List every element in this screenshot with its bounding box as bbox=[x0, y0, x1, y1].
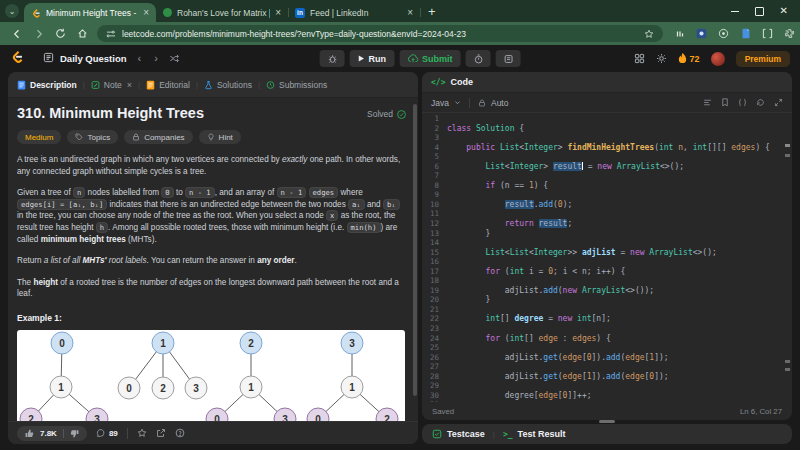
code-line[interactable]: adjList.get(edge[0]).add(edge[1]); bbox=[447, 353, 786, 363]
window-close-button[interactable]: ✕ bbox=[780, 6, 788, 16]
feedback-icon[interactable] bbox=[175, 424, 185, 442]
leetcode-logo[interactable] bbox=[10, 49, 24, 68]
extensions-puzzle-icon[interactable] bbox=[782, 26, 797, 41]
reset-icon[interactable] bbox=[756, 98, 765, 107]
code-line[interactable] bbox=[447, 114, 786, 124]
code-line[interactable] bbox=[447, 171, 786, 181]
user-avatar[interactable] bbox=[711, 52, 725, 66]
url-bar[interactable]: leetcode.com/problems/minimum-height-tre… bbox=[97, 25, 663, 42]
code-line[interactable] bbox=[447, 343, 786, 353]
code-line[interactable] bbox=[447, 257, 786, 267]
code-line[interactable]: } bbox=[447, 295, 786, 305]
badge-hint[interactable]: Hint bbox=[199, 130, 241, 144]
tab-close-icon[interactable]: × bbox=[143, 8, 149, 18]
code-line[interactable]: List<Integer> result = new ArrayList<>()… bbox=[447, 162, 786, 172]
code-line[interactable]: public List<Integer> findMinHeightTrees(… bbox=[447, 143, 786, 153]
cursor-position[interactable]: Ln 6, Col 27 bbox=[740, 407, 782, 416]
layout-icon[interactable] bbox=[634, 50, 645, 68]
settings-gear-icon[interactable] bbox=[656, 50, 667, 68]
code-line[interactable] bbox=[447, 209, 786, 219]
home-icon[interactable] bbox=[75, 26, 90, 41]
notes-button[interactable] bbox=[496, 50, 521, 67]
format-icon[interactable] bbox=[703, 98, 712, 107]
next-question-icon[interactable]: › bbox=[152, 53, 160, 64]
code-line[interactable]: class Solution { bbox=[447, 124, 786, 134]
code-line[interactable] bbox=[447, 133, 786, 143]
badge-topics[interactable]: Topics bbox=[67, 130, 118, 144]
tab-close-icon[interactable]: × bbox=[407, 8, 413, 18]
premium-button[interactable]: Premium bbox=[736, 51, 790, 67]
browser-tab[interactable]: Minimum Height Trees - LeetC× bbox=[24, 3, 156, 22]
tab-solutions[interactable]: Solutions bbox=[204, 80, 252, 90]
tab-search-button[interactable]: ⌄ bbox=[5, 4, 19, 18]
extension-circle-icon[interactable] bbox=[716, 26, 731, 41]
code-line[interactable] bbox=[447, 238, 786, 248]
tab-note[interactable]: Note× bbox=[91, 80, 132, 90]
problem-list-button[interactable]: Daily Question bbox=[43, 52, 127, 65]
share-icon[interactable] bbox=[156, 424, 166, 442]
note-tab-close-icon[interactable]: × bbox=[127, 80, 132, 90]
description-scrollbar[interactable] bbox=[413, 104, 417, 396]
bookmark-star-icon[interactable] bbox=[644, 25, 654, 43]
brackets-icon[interactable] bbox=[738, 98, 747, 107]
extension-blue-square-icon[interactable] bbox=[694, 26, 709, 41]
forward-icon[interactable] bbox=[31, 26, 46, 41]
browser-tab[interactable]: inFeed | LinkedIn× bbox=[288, 3, 420, 22]
favorite-star-icon[interactable] bbox=[137, 424, 147, 442]
thumbs-up-icon[interactable] bbox=[25, 429, 34, 438]
new-tab-button[interactable]: + bbox=[428, 5, 436, 18]
auto-toggle[interactable]: Auto bbox=[491, 98, 509, 108]
submit-button[interactable]: Submit bbox=[399, 50, 461, 67]
code-line[interactable]: int[] degree = new int[n]; bbox=[447, 314, 786, 324]
shuffle-icon[interactable] bbox=[169, 50, 180, 68]
extension-bracket-icon[interactable] bbox=[760, 26, 775, 41]
code-line[interactable] bbox=[447, 324, 786, 334]
reload-icon[interactable] bbox=[53, 26, 68, 41]
language-selector[interactable]: Java bbox=[431, 98, 449, 108]
code-line[interactable]: adjList.get(edge[1]).add(edge[0]); bbox=[447, 372, 786, 382]
code-line[interactable]: if (n == 1) { bbox=[447, 181, 786, 191]
back-icon[interactable] bbox=[9, 26, 24, 41]
window-maximize-button[interactable] bbox=[755, 7, 764, 16]
streak-counter[interactable]: 72 bbox=[678, 53, 700, 64]
url-text[interactable]: leetcode.com/problems/minimum-height-tre… bbox=[122, 29, 638, 39]
tab-testcase[interactable]: Testcase bbox=[432, 429, 485, 439]
tab-test-result[interactable]: >_ Test Result bbox=[503, 429, 565, 439]
bookmark-icon[interactable] bbox=[721, 98, 729, 107]
badge-companies[interactable]: Companies bbox=[124, 130, 192, 144]
code-line[interactable] bbox=[447, 152, 786, 162]
code-line[interactable] bbox=[447, 362, 786, 372]
code-line[interactable]: } bbox=[447, 229, 786, 239]
code-line[interactable] bbox=[447, 305, 786, 315]
tab-submissions[interactable]: Submissions bbox=[266, 80, 327, 90]
debug-button[interactable] bbox=[320, 50, 345, 67]
code-line[interactable]: result.add(0); bbox=[447, 200, 786, 210]
code-line[interactable] bbox=[447, 276, 786, 286]
browser-tab[interactable]: Rohan's Love for Matrix | Prac× bbox=[156, 3, 288, 22]
code-line[interactable]: return result; bbox=[447, 219, 786, 229]
code-line[interactable]: List<List<Integer>> adjList = new ArrayL… bbox=[447, 248, 786, 258]
description-content[interactable]: 310. Minimum Height Trees Solved MediumT… bbox=[8, 98, 418, 422]
tab-description[interactable]: Description bbox=[17, 80, 77, 90]
window-minimize-button[interactable] bbox=[731, 11, 739, 12]
site-settings-icon[interactable] bbox=[106, 25, 116, 43]
tab-close-icon[interactable]: × bbox=[275, 8, 281, 18]
comments-group[interactable]: 89 bbox=[96, 429, 118, 438]
fullscreen-icon[interactable] bbox=[774, 98, 783, 107]
code-line[interactable] bbox=[447, 381, 786, 391]
extension-doc-icon[interactable] bbox=[738, 26, 753, 41]
code-line[interactable]: for (int[] edge : edges) { bbox=[447, 334, 786, 344]
code-line[interactable]: for (int i = 0; i < n; i++) { bbox=[447, 267, 786, 277]
panel-resize-handle[interactable] bbox=[599, 420, 615, 423]
run-button[interactable]: Run bbox=[350, 50, 395, 67]
timer-button[interactable] bbox=[466, 50, 491, 67]
tab-editorial[interactable]: Editorial bbox=[146, 80, 190, 90]
code-line[interactable]: adjList.add(new ArrayList<>()); bbox=[447, 286, 786, 296]
thumbs-down-icon[interactable] bbox=[70, 429, 79, 438]
prev-question-icon[interactable]: ‹ bbox=[136, 53, 144, 64]
code-editor[interactable]: 1234567891011121314151617181920212223242… bbox=[422, 112, 792, 402]
code-line[interactable]: degree[edge[0]]++; bbox=[447, 391, 786, 401]
code-line[interactable] bbox=[447, 190, 786, 200]
extension-bars-icon[interactable] bbox=[672, 26, 687, 41]
badge-medium[interactable]: Medium bbox=[17, 130, 61, 144]
